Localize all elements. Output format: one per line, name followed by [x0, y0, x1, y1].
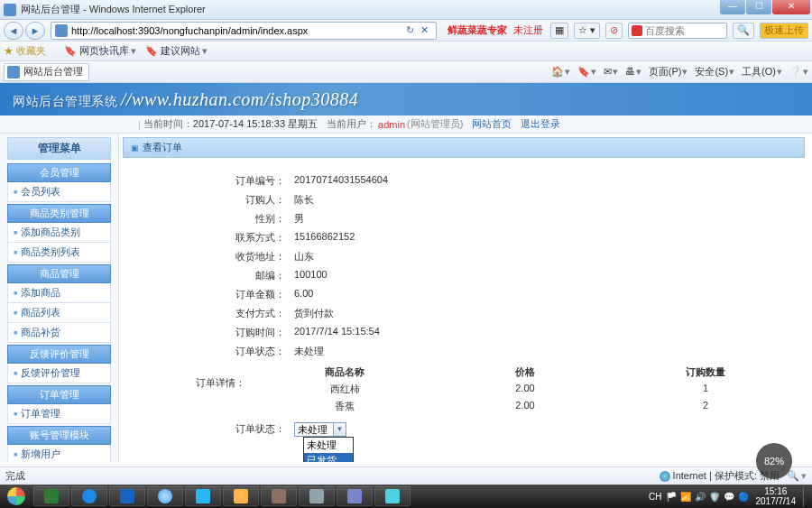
fav-link-1[interactable]: 🔖 网页快讯库▾ [64, 44, 136, 58]
sidebar-group-header[interactable]: 会员管理 [7, 163, 111, 182]
extra-button[interactable]: ☆ ▾ [574, 23, 600, 39]
sidebar-item[interactable]: 添加商品 [7, 283, 111, 303]
menu-safety-label: 安全(S) [695, 66, 728, 77]
menu-safety[interactable]: 安全(S)▾ [695, 65, 734, 79]
mail-icon[interactable]: ✉▾ [604, 66, 618, 78]
menu-tools[interactable]: 工具(O)▾ [742, 65, 782, 79]
compat-button[interactable]: ▦ [550, 23, 568, 39]
status-select-label: 订单状态： [132, 422, 294, 436]
sidebar-item[interactable]: 会员列表 [7, 182, 111, 202]
time-value: 2017-07-14 15:18:33 星期五 [193, 117, 318, 131]
tray-chat-icon[interactable]: 💬 [724, 492, 734, 502]
address-bar[interactable]: ↻ ✕ [51, 22, 437, 40]
task-ie[interactable] [71, 486, 107, 506]
task-app1[interactable] [261, 486, 297, 506]
block-button[interactable]: ⊘ [605, 23, 623, 39]
taskbar-clock[interactable]: 15:16 2017/7/14 [752, 486, 800, 506]
feeds-icon[interactable]: 🔖▾ [577, 66, 596, 78]
system-tray[interactable]: CH 🏳️ 📶 🔊 🛡️ 💬 🔵 15:16 2017/7/14 [649, 486, 812, 506]
site-url-brand: //www.huzhan.com/ishop30884 [121, 89, 358, 109]
search-input[interactable] [645, 25, 708, 36]
sidebar-group: 会员管理会员列表 [7, 163, 111, 202]
menu-page[interactable]: 页面(P)▾ [649, 65, 688, 79]
url-input[interactable] [71, 25, 403, 36]
ie-tab-row: 网站后台管理 🏠▾ 🔖▾ ✉▾ 🖶▾ 页面(P)▾ 安全(S)▾ 工具(O)▾ … [0, 61, 812, 83]
pay-value: 货到付款 [294, 307, 796, 320]
show-desktop-button[interactable] [803, 486, 808, 506]
tray-av-icon[interactable]: 🔵 [738, 492, 749, 502]
sidebar-item[interactable]: 反馈评价管理 [7, 364, 111, 383]
chevron-down-icon[interactable]: ▼ [333, 423, 346, 436]
task-app2[interactable] [299, 486, 335, 506]
link-site-home[interactable]: 网站首页 [472, 117, 512, 131]
time-label: 当前时间： [143, 117, 193, 131]
zoom-control[interactable]: 🔍 ▾ [787, 470, 807, 482]
ime-indicator[interactable]: CH [649, 492, 661, 502]
gender-value: 男 [294, 212, 796, 226]
task-excel[interactable] [33, 486, 69, 506]
zoom-out-icon[interactable]: 🔍 [787, 470, 799, 482]
sidebar-group-header[interactable]: 商品类别管理 [7, 204, 111, 223]
col-name: 商品名称 [254, 365, 435, 379]
start-button[interactable] [0, 485, 32, 508]
sidebar-item[interactable]: 订单管理 [7, 404, 111, 424]
cell-price: 2.00 [435, 400, 615, 413]
status-select[interactable]: 未处理 ▼ [294, 422, 346, 437]
table-row: 西红柿2.001 [254, 381, 796, 398]
maximize-button[interactable]: ☐ [746, 0, 771, 14]
tray-flag-icon[interactable]: 🏳️ [666, 492, 677, 502]
excel-icon [44, 489, 59, 503]
status-option-1[interactable]: 已发货 [304, 453, 353, 462]
sidebar-item[interactable]: 新增用户 [7, 445, 111, 462]
admin-main: 查看订单 订单编号：20170714031554604 订购人：陈长 性别：男 … [119, 134, 812, 462]
sidebar-group-header[interactable]: 账号管理模块 [7, 426, 111, 445]
tray-shield-icon[interactable]: 🛡️ [709, 492, 720, 502]
status-dropdown[interactable]: 未处理 已发货 [303, 437, 354, 462]
cell-name: 西红柿 [254, 383, 435, 396]
task-app4[interactable] [374, 486, 411, 506]
sidebar-group: 反馈评价管理反馈评价管理 [7, 345, 111, 383]
home-icon[interactable]: 🏠▾ [551, 66, 570, 78]
upload-button[interactable]: 极速上传 [760, 23, 808, 39]
ordertime-label: 订购时间： [132, 326, 294, 339]
window-title: 网站后台管理 - Windows Internet Explorer [21, 3, 206, 16]
fav-link-1-label: 网页快讯库 [79, 45, 129, 56]
ie-nav-row: ◄ ► ↻ ✕ 鲜蔬菜蔬专家 未注册 ▦ ☆ ▾ ⊘ 🔍 极速上传 [0, 20, 812, 42]
sidebar-item[interactable]: 商品补货 [7, 323, 111, 343]
task-browser[interactable] [147, 486, 183, 506]
tab-title: 网站后台管理 [23, 65, 83, 79]
task-app3[interactable] [337, 486, 373, 506]
print-icon[interactable]: 🖶▾ [625, 66, 641, 78]
stop-button[interactable]: ✕ [418, 24, 432, 36]
total-value: 6.00 [294, 288, 796, 301]
sidebar-item[interactable]: 添加商品类别 [7, 223, 111, 243]
sidebar-group-header[interactable]: 商品管理 [7, 264, 111, 283]
favorites-button[interactable]: ★ 收藏夹 [4, 44, 46, 58]
fav-link-2[interactable]: 🔖 建议网站▾ [145, 44, 208, 58]
task-explorer[interactable] [223, 486, 259, 506]
sidebar-item[interactable]: 商品类别列表 [7, 243, 111, 263]
order-no-value: 20170714031554604 [294, 174, 796, 188]
sidebar-item[interactable]: 商品列表 [7, 303, 111, 323]
tray-volume-icon[interactable]: 🔊 [695, 492, 706, 502]
tray-network-icon[interactable]: 📶 [680, 492, 691, 502]
link-logout[interactable]: 退出登录 [521, 117, 560, 131]
status-option-0[interactable]: 未处理 [304, 438, 353, 453]
close-button[interactable]: ✕ [772, 0, 810, 14]
sidebar-group-header[interactable]: 订单管理 [7, 385, 111, 404]
back-button[interactable]: ◄ [4, 22, 23, 40]
col-qty: 订购数量 [615, 365, 796, 379]
search-go-button[interactable]: 🔍 [733, 23, 754, 39]
sidebar-group: 账号管理模块新增用户删除用户修改密码 [7, 426, 111, 462]
help-icon[interactable]: ❔▾ [789, 66, 808, 78]
minimize-button[interactable]: — [720, 0, 745, 14]
browser-tab[interactable]: 网站后台管理 [4, 63, 89, 81]
task-media[interactable] [185, 486, 221, 506]
task-word[interactable] [109, 486, 145, 506]
sidebar-group-header[interactable]: 反馈评价管理 [7, 345, 111, 364]
search-box[interactable] [628, 23, 727, 39]
forward-button[interactable]: ► [25, 22, 45, 40]
admin-sidebar: 管理菜单 会员管理会员列表商品类别管理添加商品类别商品类别列表商品管理添加商品商… [0, 134, 119, 462]
refresh-button[interactable]: ↻ [403, 24, 418, 36]
browser-icon [158, 489, 172, 503]
